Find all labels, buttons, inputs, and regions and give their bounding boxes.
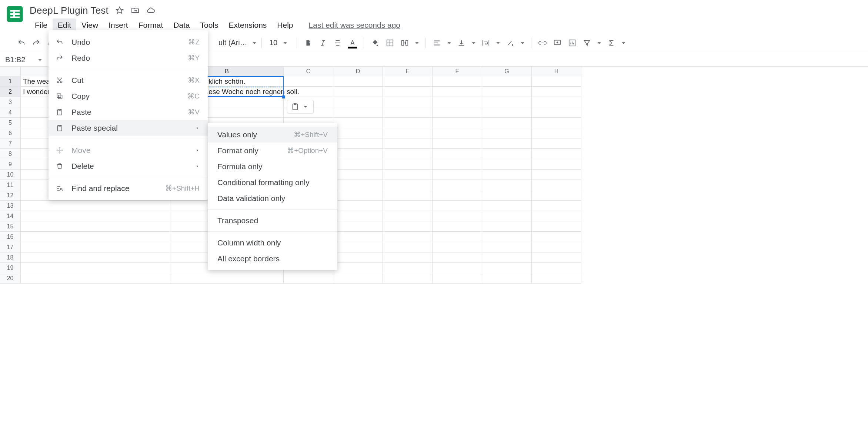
horizontal-align-button[interactable] xyxy=(430,36,444,50)
last-edit-link[interactable]: Last edit was seconds ago xyxy=(309,21,401,30)
menu-extensions[interactable]: Extensions xyxy=(224,19,272,32)
cell-H7[interactable] xyxy=(532,138,581,149)
row-header-12[interactable]: 12 xyxy=(0,190,21,201)
cell-D12[interactable] xyxy=(333,190,383,201)
row-header-3[interactable]: 3 xyxy=(0,97,21,107)
cell-G20[interactable] xyxy=(482,273,532,284)
cell-G12[interactable] xyxy=(482,190,532,201)
valign-dropdown-icon[interactable] xyxy=(470,39,478,47)
redo-button[interactable] xyxy=(30,36,43,50)
cell-C1[interactable] xyxy=(284,76,333,87)
column-header-F[interactable]: F xyxy=(433,67,482,76)
cell-E11[interactable] xyxy=(383,180,433,190)
edit-menu-delete[interactable]: Delete xyxy=(49,158,208,174)
menu-file[interactable]: File xyxy=(30,19,53,32)
cell-F12[interactable] xyxy=(433,190,482,201)
row-header-14[interactable]: 14 xyxy=(0,211,21,221)
cell-E18[interactable] xyxy=(383,252,433,263)
column-header-H[interactable]: H xyxy=(532,67,581,76)
cell-F13[interactable] xyxy=(433,201,482,211)
cell-E6[interactable] xyxy=(383,128,433,138)
borders-button[interactable] xyxy=(383,36,397,50)
cell-G15[interactable] xyxy=(482,221,532,232)
column-header-E[interactable]: E xyxy=(383,67,433,76)
cell-H11[interactable] xyxy=(532,180,581,190)
cell-H20[interactable] xyxy=(532,273,581,284)
cell-A14[interactable] xyxy=(21,211,170,221)
cell-E17[interactable] xyxy=(383,242,433,252)
merge-cells-button[interactable] xyxy=(398,36,411,50)
row-header-11[interactable]: 11 xyxy=(0,180,21,190)
menu-edit[interactable]: Edit xyxy=(53,19,76,32)
row-header-13[interactable]: 13 xyxy=(0,201,21,211)
cell-D3[interactable] xyxy=(333,97,383,107)
cell-D9[interactable] xyxy=(333,159,383,170)
edit-menu-redo[interactable]: Redo⌘Y xyxy=(49,50,208,66)
text-wrap-button[interactable] xyxy=(479,36,493,50)
cell-G4[interactable] xyxy=(482,107,532,118)
cell-G18[interactable] xyxy=(482,252,532,263)
cell-F20[interactable] xyxy=(433,273,482,284)
functions-dropdown-icon[interactable] xyxy=(620,39,628,47)
row-header-5[interactable]: 5 xyxy=(0,118,21,128)
menu-tools[interactable]: Tools xyxy=(195,19,224,32)
strikethrough-button[interactable] xyxy=(331,36,344,50)
cell-A16[interactable] xyxy=(21,232,170,242)
paste-special-data-validation-only[interactable]: Data validation only xyxy=(208,190,337,206)
cell-E13[interactable] xyxy=(383,201,433,211)
cell-D13[interactable] xyxy=(333,201,383,211)
cell-D14[interactable] xyxy=(333,211,383,221)
font-family-select[interactable]: ult (Ari… xyxy=(216,38,257,47)
cell-H18[interactable] xyxy=(532,252,581,263)
cell-G3[interactable] xyxy=(482,97,532,107)
cell-E3[interactable] xyxy=(383,97,433,107)
paste-special-conditional-formatting-only[interactable]: Conditional formatting only xyxy=(208,174,337,190)
cell-D6[interactable] xyxy=(333,128,383,138)
cell-D18[interactable] xyxy=(333,252,383,263)
cell-F19[interactable] xyxy=(433,263,482,273)
row-header-17[interactable]: 17 xyxy=(0,242,21,252)
cell-F7[interactable] xyxy=(433,138,482,149)
column-header-D[interactable]: D xyxy=(333,67,383,76)
menu-format[interactable]: Format xyxy=(133,19,168,32)
menu-view[interactable]: View xyxy=(76,19,103,32)
cell-F10[interactable] xyxy=(433,170,482,180)
row-header-16[interactable]: 16 xyxy=(0,232,21,242)
cell-A18[interactable] xyxy=(21,252,170,263)
cell-F3[interactable] xyxy=(433,97,482,107)
cell-E7[interactable] xyxy=(383,138,433,149)
cell-G19[interactable] xyxy=(482,263,532,273)
row-header-15[interactable]: 15 xyxy=(0,221,21,232)
filter-button[interactable] xyxy=(580,36,594,50)
fill-color-button[interactable] xyxy=(368,36,382,50)
paste-special-formula-only[interactable]: Formula only xyxy=(208,158,337,174)
cell-H15[interactable] xyxy=(532,221,581,232)
cell-F15[interactable] xyxy=(433,221,482,232)
cell-H4[interactable] xyxy=(532,107,581,118)
bold-button[interactable] xyxy=(301,36,315,50)
cell-H9[interactable] xyxy=(532,159,581,170)
cell-A17[interactable] xyxy=(21,242,170,252)
cell-G8[interactable] xyxy=(482,149,532,159)
row-header-18[interactable]: 18 xyxy=(0,252,21,263)
cell-E10[interactable] xyxy=(383,170,433,180)
cell-D19[interactable] xyxy=(333,263,383,273)
selection-drag-handle[interactable] xyxy=(282,96,285,98)
move-to-drive-icon[interactable] xyxy=(131,6,140,15)
cell-D1[interactable] xyxy=(333,76,383,87)
cell-F18[interactable] xyxy=(433,252,482,263)
cell-F5[interactable] xyxy=(433,118,482,128)
edit-menu-copy[interactable]: Copy⌘C xyxy=(49,88,208,104)
cell-D7[interactable] xyxy=(333,138,383,149)
insert-chart-button[interactable] xyxy=(565,36,579,50)
cell-G11[interactable] xyxy=(482,180,532,190)
cell-F16[interactable] xyxy=(433,232,482,242)
paste-special-all-except-borders[interactable]: All except borders xyxy=(208,251,337,267)
doc-title[interactable]: DeepL Plugin Test xyxy=(30,5,108,16)
cell-E12[interactable] xyxy=(383,190,433,201)
namebox-dropdown-icon[interactable] xyxy=(36,56,44,64)
cell-F2[interactable] xyxy=(433,87,482,97)
undo-button[interactable] xyxy=(15,36,28,50)
cell-B20[interactable] xyxy=(170,273,284,284)
cell-D2[interactable] xyxy=(333,87,383,97)
